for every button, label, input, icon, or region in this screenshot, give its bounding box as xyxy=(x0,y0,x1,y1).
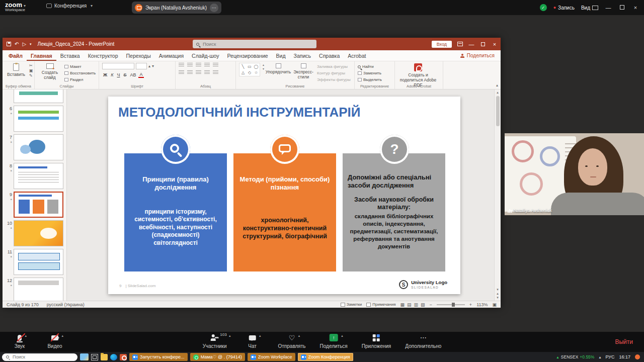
zoom-in-button[interactable]: + xyxy=(469,302,472,307)
slide-thumbnail-panel[interactable]: 5* 6* 7* 8* xyxy=(3,89,67,301)
fit-slide-icon[interactable]: ▣ xyxy=(492,302,497,307)
chat-options-icon[interactable]: ▴ xyxy=(259,334,261,338)
reactions-button[interactable]: ♡▴ Отправлять xyxy=(278,333,306,349)
slide-thumbnail[interactable]: 10* xyxy=(4,220,63,246)
task-view-icon[interactable] xyxy=(91,354,98,360)
share-options-icon[interactable]: ▴ xyxy=(341,334,343,338)
layout-button[interactable]: Макет xyxy=(64,64,96,69)
tab-insert[interactable]: Вставка xyxy=(56,51,84,61)
scroll-up-icon[interactable]: ▴ xyxy=(497,90,499,95)
increase-indent-icon[interactable] xyxy=(204,63,210,67)
tab-home[interactable]: Главная xyxy=(27,51,56,61)
reactions-options-icon[interactable]: ▴ xyxy=(298,334,300,338)
font-color-button[interactable]: А xyxy=(138,72,143,78)
slide-thumbnail-image[interactable] xyxy=(14,278,63,301)
slide-thumbnail-image[interactable] xyxy=(14,106,63,132)
strikethrough-button[interactable]: S xyxy=(122,72,127,77)
zoom-level[interactable]: 113% xyxy=(476,302,488,307)
font-size-box[interactable] xyxy=(136,63,147,69)
shapes-scroll-up-icon[interactable]: ▴ xyxy=(263,63,264,66)
slide-thumbnail[interactable]: 5* xyxy=(4,89,63,103)
slide-thumbnail-image[interactable] xyxy=(14,89,63,103)
new-slide-button[interactable]: Создать слайд xyxy=(38,63,62,80)
select-button[interactable]: Выделить xyxy=(358,77,382,82)
justify-icon[interactable] xyxy=(204,70,210,75)
rectangle-shape-icon[interactable]: ▭ xyxy=(247,64,253,69)
slideshow-icon[interactable]: ▷ xyxy=(22,41,26,47)
comments-button[interactable]: Примечания xyxy=(366,302,395,307)
maximize-button[interactable] xyxy=(618,5,625,11)
shapes-scroll-down-icon[interactable]: ▾ xyxy=(263,67,264,70)
taskbar-search-box[interactable] xyxy=(2,353,77,361)
shape-outline-button[interactable]: Контур фигуры xyxy=(317,71,351,75)
triangle-shape-icon[interactable]: △ xyxy=(240,70,246,75)
section-button[interactable]: Раздел xyxy=(64,77,96,82)
recording-indicator[interactable]: ● Запись xyxy=(553,5,575,11)
slide-box-methods[interactable]: Методи (прийоми, способи) пізнання хроно… xyxy=(233,153,336,272)
quick-styles-button[interactable]: Экспресс-стили xyxy=(292,63,314,80)
current-slide[interactable]: МЕТОДОЛОГІЧНИЙ ІНСТРУМЕНТАРІЙ ? Принципи… xyxy=(108,97,460,294)
tab-file[interactable]: Файл xyxy=(5,51,27,61)
shape-effects-button[interactable]: Эффекты фигуры xyxy=(317,77,351,82)
slide-thumbnail-image[interactable] xyxy=(14,220,63,246)
tray-overflow-icon[interactable]: ▴ xyxy=(599,355,601,359)
participants-options-icon[interactable]: ▴ xyxy=(229,334,231,338)
bold-button[interactable]: Ж xyxy=(102,72,108,77)
webcam-video[interactable]: Nataliya Avsheniuk xyxy=(505,133,644,215)
close-button[interactable]: × xyxy=(632,5,639,11)
tab-record[interactable]: Запись xyxy=(290,51,315,61)
meeting-menu[interactable]: Конференция ▾ xyxy=(46,3,93,9)
italic-button[interactable]: К xyxy=(110,72,114,77)
next-slide-icon[interactable]: ▾ xyxy=(497,296,499,300)
file-explorer-icon[interactable] xyxy=(101,354,108,360)
slide-thumbnail-image[interactable] xyxy=(14,249,63,275)
font-name-box[interactable] xyxy=(102,63,134,69)
notes-button[interactable]: Заметки xyxy=(341,302,362,307)
keyboard-language[interactable]: РУС xyxy=(605,354,614,359)
tab-slideshow[interactable]: Слайд-шоу xyxy=(188,51,223,61)
tab-design[interactable]: Конструктор xyxy=(84,51,122,61)
circle-shape-icon[interactable]: ◯ xyxy=(253,64,259,69)
cut-icon[interactable]: ✂ xyxy=(29,64,33,68)
scroll-down-icon[interactable]: ▾ xyxy=(497,288,499,292)
participants-button[interactable]: 103▴ Участники xyxy=(203,333,227,349)
widgets-weather-icon[interactable] xyxy=(80,353,89,360)
character-spacing-button[interactable]: АВ xyxy=(129,72,137,77)
taskbar-app-zoom-meeting[interactable]: Zoom Конференция xyxy=(298,353,353,361)
zoom-out-button[interactable]: − xyxy=(430,302,432,307)
audio-button[interactable]: ▴ Звук xyxy=(8,333,31,349)
tab-animations[interactable]: Анимация xyxy=(155,51,188,61)
video-options-icon[interactable]: ▴ xyxy=(61,334,63,338)
slide-title[interactable]: МЕТОДОЛОГІЧНИЙ ІНСТРУМЕНТАРІЙ xyxy=(118,105,361,120)
chat-button[interactable]: ▴ Чат xyxy=(241,333,264,349)
shapes-scroll[interactable]: ▴ ▾ xyxy=(263,63,264,70)
slide-thumbnail[interactable]: 11* xyxy=(4,249,63,275)
ppt-share-button[interactable]: Поделиться xyxy=(460,53,495,58)
leave-meeting-button[interactable]: Выйти xyxy=(615,338,633,345)
slide-thumbnail[interactable]: 8* xyxy=(4,163,63,189)
format-painter-icon[interactable]: ✎ xyxy=(29,74,33,78)
slide-thumbnail-image[interactable] xyxy=(14,163,63,189)
taskbar-search-input[interactable] xyxy=(12,354,73,360)
bullets-icon[interactable] xyxy=(179,63,184,67)
slide-thumbnail[interactable]: 7* xyxy=(4,134,63,160)
tab-acrobat[interactable]: Acrobat xyxy=(344,51,370,61)
copy-icon[interactable]: ▣ xyxy=(29,69,33,73)
slide-box-auxiliary[interactable]: Допоміжні або спеціальні засоби дослідже… xyxy=(343,153,445,272)
align-right-icon[interactable] xyxy=(196,70,201,75)
line-shape-icon[interactable]: ╲ xyxy=(240,64,246,69)
more-button[interactable]: ⋯ Дополнительно xyxy=(405,333,441,349)
normal-view-icon[interactable]: ▦ xyxy=(400,302,405,307)
security-shield-icon[interactable]: ✓ xyxy=(540,4,547,11)
diamond-shape-icon[interactable]: ◇ xyxy=(247,70,253,75)
browser-icon[interactable] xyxy=(110,354,117,360)
zoom-slider[interactable] xyxy=(437,304,465,305)
star-shape-icon[interactable]: ☆ xyxy=(253,70,259,75)
ppt-close-button[interactable]: × xyxy=(492,41,498,47)
minimize-button[interactable]: — xyxy=(605,5,612,11)
slide-thumbnail-image[interactable] xyxy=(14,192,63,218)
undo-icon[interactable]: ↶ xyxy=(15,41,19,47)
shrink-font-icon[interactable]: ▾ xyxy=(152,64,154,68)
ppt-search-input[interactable] xyxy=(202,41,313,47)
vertical-scrollbar[interactable]: ▴ ▾ ▴ ▾ xyxy=(494,89,501,301)
